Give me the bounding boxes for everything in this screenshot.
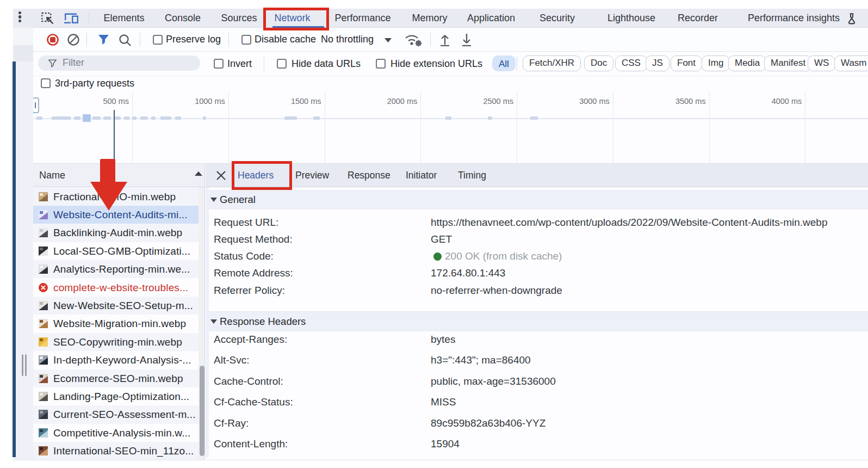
disable-cache-label[interactable]: Disable cache [255,28,316,51]
filter-pill-doc[interactable]: Doc [584,56,613,71]
import-har-icon[interactable] [439,33,451,46]
gutter-strip-c [13,61,33,460]
status-ok-dot [433,253,442,261]
filter-pill-manifest[interactable]: Manifest [764,56,812,71]
tab-sources[interactable]: Sources [221,9,257,27]
filter-pill-css[interactable]: CSS [615,56,647,71]
filter-pill-font[interactable]: Font [671,56,702,71]
timeline-gridline [709,91,710,164]
toolbar-separator [140,33,140,47]
request-row[interactable]: New-Website-SEO-Setup-m... [33,297,199,315]
request-row[interactable]: Local-SEO-GMB-Optimizati... [33,242,199,260]
section-header-general[interactable]: General [206,190,868,210]
filter-pill-js[interactable]: JS [646,56,669,71]
tab-application[interactable]: Application [467,9,515,27]
file-thumbnail-icon [39,410,48,419]
throttling-caret-icon[interactable] [385,38,392,42]
invert-checkbox[interactable] [214,59,224,69]
network-conditions-icon[interactable] [405,34,423,47]
inspect-icon[interactable] [41,13,54,24]
request-name: Competitive-Analysis-min.w... [53,424,190,442]
request-row[interactable]: In-depth-Keyword-Analysis-... [33,351,199,369]
details-tab-preview[interactable]: Preview [295,164,329,187]
overview-drag-handle[interactable] [33,97,39,113]
filter-pill-all[interactable]: All [492,56,516,71]
file-thumbnail-icon [39,228,48,237]
tab-memory[interactable]: Memory [412,9,448,27]
request-row[interactable]: Competitive-Analysis-min.w... [33,424,199,442]
preserve-log-label[interactable]: Preserve log [166,28,221,51]
request-row[interactable]: Website-Migration-min.webp [33,315,199,332]
details-tab-response[interactable]: Response [348,164,390,187]
dock-resize-handle[interactable] [21,354,27,376]
hide-extension-urls-label[interactable]: Hide extension URLs [390,52,482,76]
overview-request-bar [175,116,181,120]
search-icon[interactable] [119,34,132,47]
tab-elements[interactable]: Elements [104,9,145,27]
overview-request-bar [313,116,320,120]
request-details-panel: HeadersPreviewResponseInitiatorTiming Ge… [206,164,868,460]
toolbar-separator [228,33,229,47]
section-header-response-headers[interactable]: Response Headers [206,312,868,331]
header-value: 172.64.80.1:443 [431,264,505,282]
flask-icon [846,13,858,24]
device-toolbar-icon[interactable] [64,13,79,24]
request-row[interactable]: Landing-Page-Optimization... [33,387,199,405]
annotation-box-network-tab [263,8,329,30]
details-tabbar: HeadersPreviewResponseInitiatorTiming [206,164,868,187]
hide-extension-urls-checkbox[interactable] [376,59,386,69]
tab-performance-insights[interactable]: Performance insights [748,9,840,27]
request-name: Ecommerce-SEO-min.webp [53,370,183,387]
filter-pill-wasm[interactable]: Wasm [834,56,868,71]
devtools-window: ElementsConsoleSourcesNetworkPerformance… [0,0,868,468]
disable-cache-checkbox[interactable] [241,35,251,45]
request-name: International-SEO-min_11zo... [53,442,194,460]
overview-request-bar [132,116,137,120]
annotation-arrow-head [90,182,127,211]
tabbar-separator [89,13,89,24]
filter-input[interactable]: Filter [38,56,200,71]
devtools-menu-icon[interactable] [18,11,22,24]
timeline-tick-label: 500 ms [103,97,129,106]
throttling-select[interactable]: No throttling [321,28,374,51]
header-name: Cf-Cache-Status: [214,393,293,411]
request-row[interactable]: Ecommerce-SEO-min.webp [33,370,199,387]
timeline-overview[interactable]: 500 ms1000 ms1500 ms2000 ms2500 ms3000 m… [33,91,868,164]
preserve-log-checkbox[interactable] [153,35,163,45]
filter-pill-img[interactable]: Img [702,56,730,71]
request-row[interactable]: International-SEO-min_11zo... [33,442,199,460]
file-thumbnail-icon [39,319,48,328]
gutter-strip-a [13,28,33,45]
timeline-tick-label: 3500 ms [675,97,706,106]
tab-performance[interactable]: Performance [335,9,391,27]
export-har-icon[interactable] [461,33,473,46]
close-icon[interactable] [216,170,226,181]
filter-pill-fetchxhr[interactable]: Fetch/XHR [523,56,581,71]
list-scrollbar-thumb[interactable] [200,366,204,456]
filter-pill-ws[interactable]: WS [808,56,835,71]
third-party-checkbox[interactable] [41,78,51,88]
filter-icon[interactable] [98,34,109,45]
details-tab-timing[interactable]: Timing [458,164,486,187]
clear-icon[interactable] [67,34,79,46]
filter-pill-media[interactable]: Media [728,56,766,71]
request-row[interactable]: SEO-Copywriting-min.webp [33,333,199,351]
overview-request-bar [36,116,42,120]
request-row[interactable]: Backlinking-Audit-min.webp [33,224,199,242]
request-row[interactable]: Current-SEO-Assessment-m... [33,405,199,423]
record-icon[interactable] [47,34,59,46]
hide-data-urls-label[interactable]: Hide data URLs [292,52,361,76]
tab-security[interactable]: Security [540,9,575,27]
request-row[interactable]: complete-w-ebsite-troubles... [33,279,199,297]
tab-recorder[interactable]: Recorder [678,9,718,27]
hide-data-urls-checkbox[interactable] [277,59,287,69]
tab-lighthouse[interactable]: Lighthouse [607,9,655,27]
request-row[interactable]: Analytics-Reporting-min.we... [33,260,199,278]
pill-separator [517,57,517,71]
invert-label[interactable]: Invert [227,52,252,76]
tab-console[interactable]: Console [165,9,201,27]
request-name: New-Website-SEO-Setup-m... [53,297,193,315]
file-thumbnail-icon [39,210,48,219]
details-tab-initiator[interactable]: Initiator [406,164,437,187]
request-name: Website-Migration-min.webp [53,315,186,332]
